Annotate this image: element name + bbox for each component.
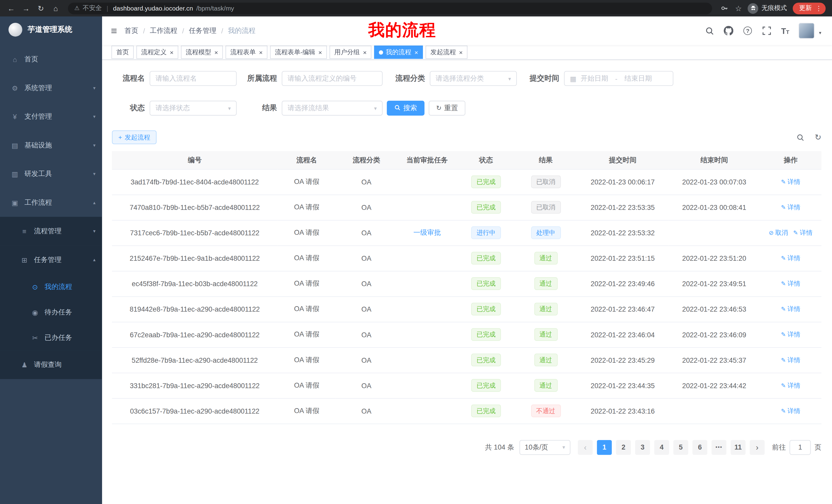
breadcrumb-item[interactable]: 首页 (125, 26, 138, 35)
status-badge: 已完成 (471, 252, 501, 264)
page-button-3[interactable]: 3 (635, 440, 650, 455)
tab-my-process[interactable]: 我的流程× (374, 46, 423, 59)
toolbox-icon: ▥ (10, 170, 19, 178)
create-process-button[interactable]: + 发起流程 (112, 131, 156, 144)
sidebar-item-leave-query[interactable]: ♟请假查询 (0, 351, 102, 379)
detail-link[interactable]: ✎详情 (781, 279, 800, 288)
tab-close-icon[interactable]: × (214, 49, 218, 55)
user-avatar[interactable] (799, 23, 815, 39)
fullscreen-icon[interactable] (762, 26, 772, 35)
forward-icon[interactable]: → (19, 1, 33, 15)
column-header: 操作 (760, 151, 821, 169)
breadcrumb-item[interactable]: 任务管理 (189, 26, 216, 35)
detail-link[interactable]: ✎详情 (781, 203, 800, 212)
tab-process-form-edit[interactable]: 流程表单-编辑× (270, 46, 327, 59)
toggle-search-icon[interactable] (796, 133, 805, 142)
result-select[interactable]: 请选择流结果 ▾ (282, 101, 383, 116)
security-label[interactable]: 不安全 (83, 4, 102, 12)
detail-link[interactable]: ✎详情 (781, 305, 800, 314)
tab-start-process[interactable]: 发起流程× (425, 46, 467, 59)
sidebar-item-process-management[interactable]: ≡流程管理▾ (0, 217, 102, 245)
date-range-picker[interactable]: ▦ 开始日期 - 结束日期 (564, 71, 673, 86)
process-id-input[interactable]: 请输入流程定义的编号 (282, 71, 383, 86)
sidebar-item-task-management[interactable]: ⊞任务管理▴ (0, 246, 102, 274)
address-bar[interactable]: ⚠ 不安全 | dashboard.yudao.iocoder.cn/bpm/t… (68, 2, 712, 14)
font-size-icon[interactable]: TT (781, 27, 789, 35)
sidebar-item-done-task[interactable]: ✂已办任务 (0, 325, 102, 351)
table-row: 52ffd28e-7b9a-11ec-a290-acde48001122OA 请… (112, 347, 821, 373)
result-badge: 已取消 (531, 175, 561, 188)
reload-icon[interactable]: ↻ (34, 1, 48, 15)
eye-icon: ◉ (31, 308, 39, 316)
cell-category: OA (336, 194, 397, 220)
bookmark-star-icon[interactable]: ☆ (735, 4, 742, 12)
detail-link[interactable]: ✎详情 (781, 177, 800, 186)
sidebar-item-my-process[interactable]: ⊙我的流程 (0, 274, 102, 300)
tab-close-icon[interactable]: × (259, 49, 262, 55)
hamburger-icon[interactable]: ≡ (102, 25, 125, 36)
key-icon[interactable] (720, 3, 729, 13)
filter-row-2: 状态 请选择状态 ▾ 结果 请选择流结果 ▾ 搜索 ↻ 重置 (112, 101, 821, 116)
github-icon[interactable] (724, 26, 733, 35)
tab-process-model[interactable]: 流程模型× (181, 46, 223, 59)
tab-close-icon[interactable]: × (459, 49, 463, 55)
detail-link[interactable]: ✎详情 (781, 381, 800, 390)
page-button-1[interactable]: 1 (597, 440, 612, 455)
tab-user-group[interactable]: 用户分组× (330, 46, 371, 59)
detail-link[interactable]: ✎详情 (781, 254, 800, 263)
page-button-2[interactable]: 2 (616, 440, 631, 455)
sidebar-item-todo-task[interactable]: ◉待办任务 (0, 300, 102, 325)
search-button[interactable]: 搜索 (387, 101, 424, 116)
search-icon[interactable] (705, 26, 714, 35)
status-label: 状态 (112, 103, 145, 113)
sidebar-item-home[interactable]: ⌂首页 (0, 45, 102, 74)
current-task-link[interactable]: 一级审批 (413, 228, 441, 236)
page-button-4[interactable]: 4 (654, 440, 669, 455)
detail-link[interactable]: ✎详情 (781, 330, 800, 339)
page-button-11[interactable]: 11 (731, 440, 746, 455)
cancel-link[interactable]: ⊘取消 (769, 228, 788, 237)
browser-menu-icon[interactable]: ⋮ (815, 5, 822, 11)
page-button-6[interactable]: 6 (693, 440, 707, 455)
tab-process-definition[interactable]: 流程定义× (136, 46, 178, 59)
sidebar-item-dev-tools[interactable]: ▥研发工具▾ (0, 160, 102, 188)
sidebar-item-payment-management[interactable]: ¥支付管理▾ (0, 102, 102, 131)
column-header: 流程名 (278, 151, 336, 169)
tab-close-icon[interactable]: × (414, 49, 418, 55)
prev-page-button[interactable]: ‹ (578, 440, 593, 455)
status-select[interactable]: 请选择状态 ▾ (150, 101, 237, 116)
sidebar-item-system-management[interactable]: ⚙系统管理▾ (0, 74, 102, 102)
page-size-select[interactable]: 10条/页 ▾ (519, 440, 570, 455)
chevron-down-icon: ▾ (508, 76, 511, 81)
back-icon[interactable]: ← (4, 1, 18, 15)
status-badge: 已完成 (471, 201, 501, 214)
detail-link[interactable]: ✎详情 (781, 356, 800, 365)
chevron-down-icon[interactable]: ▾ (819, 30, 821, 36)
goto-page-input[interactable] (789, 440, 811, 455)
sidebar-item-workflow[interactable]: ▣工作流程▴ (0, 188, 102, 217)
detail-link[interactable]: ✎详情 (793, 228, 812, 237)
category-select[interactable]: 请选择流程分类 ▾ (430, 71, 517, 86)
cell-status: 已完成 (458, 297, 515, 322)
detail-link[interactable]: ✎详情 (781, 407, 800, 415)
sidebar-item-infrastructure[interactable]: ▤基础设施▾ (0, 131, 102, 160)
help-icon[interactable]: ? (743, 26, 753, 35)
active-tab-dot (379, 50, 383, 54)
breadcrumb-item[interactable]: 工作流程 (150, 26, 177, 35)
tab-close-icon[interactable]: × (170, 49, 173, 55)
tab-close-icon[interactable]: × (318, 49, 322, 55)
refresh-icon[interactable]: ↻ (815, 133, 822, 142)
tab-close-icon[interactable]: × (363, 49, 367, 55)
page-ellipsis[interactable]: ⋯ (712, 440, 727, 455)
update-button[interactable]: 更新 ⋮ (793, 2, 826, 14)
browser-home-icon[interactable]: ⌂ (49, 1, 63, 15)
next-page-button[interactable]: › (750, 440, 765, 455)
page-button-5[interactable]: 5 (673, 440, 688, 455)
address-separator: | (107, 5, 108, 12)
process-name-input[interactable]: 请输入流程名 (150, 71, 237, 86)
reset-button[interactable]: ↻ 重置 (429, 101, 466, 116)
tab-process-form[interactable]: 流程表单× (226, 46, 267, 59)
incognito-chip: 无痕模式 (748, 3, 787, 13)
result-label: 结果 (237, 103, 277, 113)
tab-home[interactable]: 首页 (111, 46, 134, 59)
